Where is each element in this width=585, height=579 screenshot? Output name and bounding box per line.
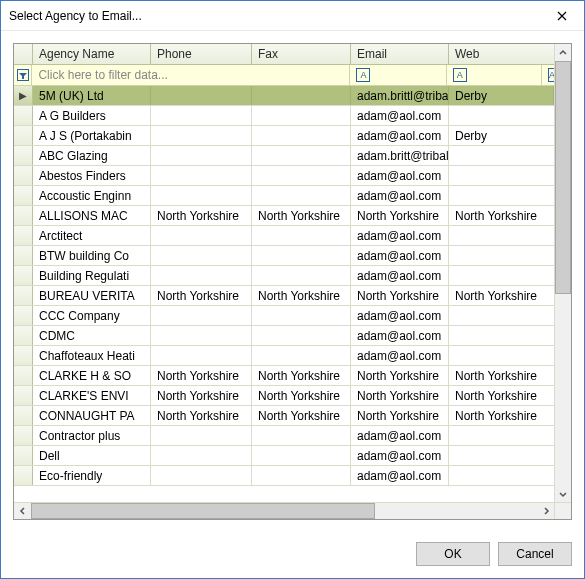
cell-fax	[252, 326, 351, 345]
table-row[interactable]: Abestos Findersadam@aol.com	[14, 166, 554, 186]
cell-agency-name: CLARKE H & SO	[33, 366, 151, 385]
cancel-button[interactable]: Cancel	[498, 542, 572, 566]
cell-phone	[151, 346, 252, 365]
ok-button[interactable]: OK	[416, 542, 490, 566]
grid-filter-row[interactable]: Click here to filter data... A A A	[14, 65, 554, 86]
cell-web	[449, 346, 554, 365]
cell-email: adam@aol.com	[351, 306, 449, 325]
cell-phone	[151, 226, 252, 245]
cell-agency-name: Dell	[33, 446, 151, 465]
table-row[interactable]: ALLISONS MACNorth YorkshireNorth Yorkshi…	[14, 206, 554, 226]
cell-phone	[151, 186, 252, 205]
cell-web	[449, 186, 554, 205]
scroll-down-button[interactable]	[555, 485, 571, 502]
cell-web	[449, 226, 554, 245]
column-header-fax[interactable]: Fax	[252, 44, 351, 64]
cell-agency-name: Eco-friendly	[33, 466, 151, 485]
data-grid: Agency Name Phone Fax Email Web	[13, 43, 572, 520]
cell-fax	[252, 86, 351, 105]
cell-email: North Yorkshire	[351, 206, 449, 225]
column-header-web[interactable]: Web	[449, 44, 554, 64]
row-indicator	[14, 126, 33, 145]
table-row[interactable]: Chaffoteaux Heatiadam@aol.com	[14, 346, 554, 366]
scroll-right-button[interactable]	[537, 503, 554, 520]
cell-phone	[151, 326, 252, 345]
cell-phone	[151, 146, 252, 165]
row-indicator	[14, 146, 33, 165]
cell-web	[449, 166, 554, 185]
row-indicator	[14, 166, 33, 185]
cell-agency-name: Arctitect	[33, 226, 151, 245]
scroll-up-button[interactable]	[555, 44, 571, 61]
column-header-email[interactable]: Email	[351, 44, 449, 64]
table-row[interactable]: BTW building Coadam@aol.com	[14, 246, 554, 266]
cell-fax	[252, 246, 351, 265]
cell-email: North Yorkshire	[351, 286, 449, 305]
cell-email: adam@aol.com	[351, 466, 449, 485]
cell-fax: North Yorkshire	[252, 366, 351, 385]
table-row[interactable]: A G Buildersadam@aol.com	[14, 106, 554, 126]
table-row[interactable]: CLARKE'S ENVINorth YorkshireNorth Yorksh…	[14, 386, 554, 406]
cell-phone: North Yorkshire	[151, 286, 252, 305]
close-button[interactable]	[539, 1, 584, 30]
row-indicator	[14, 206, 33, 225]
cell-fax	[252, 106, 351, 125]
cell-agency-name: CDMC	[33, 326, 151, 345]
table-row[interactable]: CLARKE H & SONorth YorkshireNorth Yorksh…	[14, 366, 554, 386]
filter-cell-email[interactable]: A	[447, 65, 542, 85]
table-row[interactable]: CCC Companyadam@aol.com	[14, 306, 554, 326]
table-row[interactable]: CONNAUGHT PANorth YorkshireNorth Yorkshi…	[14, 406, 554, 426]
vertical-scrollbar[interactable]	[554, 44, 571, 502]
vertical-scroll-track[interactable]	[555, 61, 571, 485]
table-row[interactable]: Delladam@aol.com	[14, 446, 554, 466]
table-row[interactable]: A J S (Portakabinadam@aol.comDerby	[14, 126, 554, 146]
table-row[interactable]: CDMCadam@aol.com	[14, 326, 554, 346]
filter-placeholder-text: Click here to filter data...	[38, 68, 167, 82]
grid-body[interactable]: ▶5M (UK) Ltdadam.brittl@tribalDerbyA G B…	[14, 86, 554, 502]
cell-email: adam@aol.com	[351, 426, 449, 445]
filter-cell-fax[interactable]: A	[350, 65, 446, 85]
row-indicator	[14, 286, 33, 305]
cell-email: adam@aol.com	[351, 246, 449, 265]
dialog-content: Agency Name Phone Fax Email Web	[1, 31, 584, 532]
table-row[interactable]: Arctitectadam@aol.com	[14, 226, 554, 246]
row-indicator	[14, 326, 33, 345]
table-row[interactable]: BUREAU VERITANorth YorkshireNorth Yorksh…	[14, 286, 554, 306]
column-header-agency-name[interactable]: Agency Name	[33, 44, 151, 64]
table-row[interactable]: Contractor plusadam@aol.com	[14, 426, 554, 446]
cell-fax	[252, 306, 351, 325]
scroll-left-button[interactable]	[14, 503, 31, 520]
cell-agency-name: Contractor plus	[33, 426, 151, 445]
table-row[interactable]: ▶5M (UK) Ltdadam.brittl@tribalDerby	[14, 86, 554, 106]
horizontal-scroll-track[interactable]	[31, 503, 537, 519]
column-header-phone[interactable]: Phone	[151, 44, 252, 64]
cell-phone	[151, 246, 252, 265]
cell-web: Derby	[449, 86, 554, 105]
row-indicator	[14, 106, 33, 125]
cell-fax	[252, 186, 351, 205]
table-row[interactable]: Eco-friendlyadam@aol.com	[14, 466, 554, 486]
cell-phone	[151, 306, 252, 325]
cell-phone	[151, 266, 252, 285]
chevron-left-icon	[19, 507, 27, 515]
table-row[interactable]: Accoustic Enginnadam@aol.com	[14, 186, 554, 206]
cell-web: North Yorkshire	[449, 366, 554, 385]
text-filter-icon: A	[356, 68, 370, 82]
table-row[interactable]: ABC Glazingadam.britt@tribal	[14, 146, 554, 166]
row-indicator	[14, 466, 33, 485]
filter-cell-agency-name[interactable]: Click here to filter data...	[32, 65, 350, 85]
table-row[interactable]: Building Regulatiadam@aol.com	[14, 266, 554, 286]
cell-web	[449, 106, 554, 125]
horizontal-scrollbar[interactable]	[14, 502, 571, 519]
cell-email: adam@aol.com	[351, 126, 449, 145]
cell-web	[449, 326, 554, 345]
cell-email: adam.brittl@tribal	[351, 86, 449, 105]
cell-agency-name: BUREAU VERITA	[33, 286, 151, 305]
filter-cell-web[interactable]: A	[542, 65, 554, 85]
cell-agency-name: CONNAUGHT PA	[33, 406, 151, 425]
filter-indicator-icon	[17, 69, 29, 81]
row-indicator	[14, 266, 33, 285]
horizontal-scroll-thumb[interactable]	[31, 503, 375, 519]
vertical-scroll-thumb[interactable]	[555, 61, 571, 294]
cell-web: Derby	[449, 126, 554, 145]
